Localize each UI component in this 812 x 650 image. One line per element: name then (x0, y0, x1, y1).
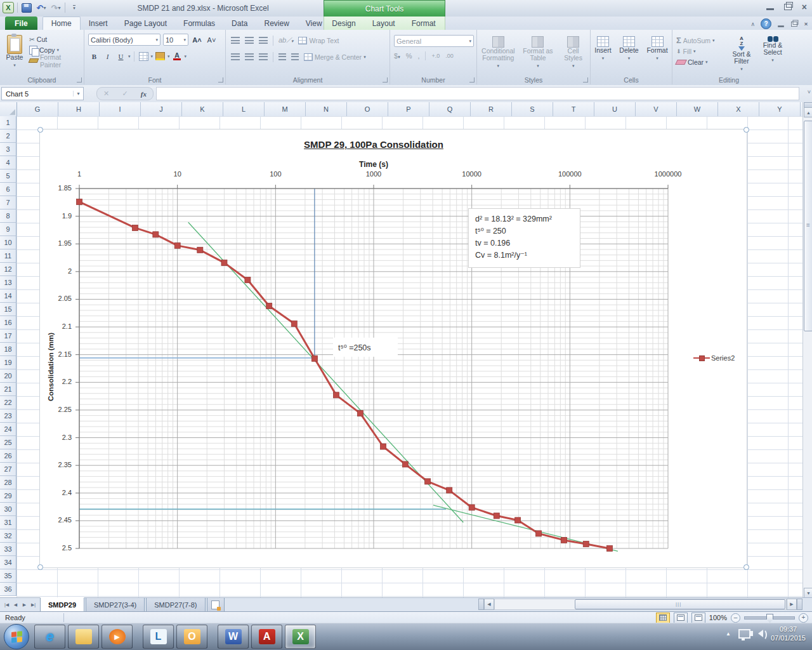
insert-worksheet-button[interactable] (207, 598, 225, 612)
font-name-combo[interactable]: Calibri (Body)▾ (88, 34, 160, 46)
align-left-icon[interactable] (231, 53, 240, 60)
insert-function-icon[interactable]: fx (141, 90, 147, 98)
enter-icon[interactable]: ✓ (122, 90, 128, 98)
t50-label[interactable]: t⁵⁰ =250s (333, 338, 398, 357)
column-header-t[interactable]: T (553, 102, 594, 117)
paste-dropdown-icon[interactable]: ▾ (13, 62, 16, 69)
zoom-slider-handle[interactable] (766, 614, 773, 623)
zoom-out-icon[interactable]: – (731, 613, 740, 623)
zoom-level[interactable]: 100% (709, 614, 727, 621)
column-header-m[interactable]: M (265, 102, 306, 117)
zoom-in-icon[interactable]: + (799, 613, 808, 623)
styles-dialog-launcher[interactable] (583, 77, 588, 83)
taskbar-clock[interactable]: 09:37 07/01/2015 (771, 625, 806, 642)
fill-button[interactable]: ⬇Fill▾ (676, 46, 715, 56)
sheet-tab-smdp27-3-4[interactable]: SMDP27(3-4) (86, 598, 145, 612)
annotation-box[interactable]: d² = 18.13² = 329mm²t⁵⁰ = 250tv = 0.196C… (468, 208, 580, 268)
data-point-marker[interactable] (266, 303, 272, 308)
conditional-formatting-button[interactable]: Conditional Formatting▾ (480, 34, 516, 69)
clear-button[interactable]: Clear▾ (676, 56, 715, 67)
underline-button[interactable]: U (115, 50, 127, 62)
align-bottom-icon[interactable] (259, 37, 268, 44)
font-color-dropdown-icon[interactable]: ▾ (185, 54, 187, 59)
row-header-24[interactable]: 24 (0, 423, 16, 436)
column-header-i[interactable]: I (100, 102, 141, 117)
workbook-restore-icon[interactable] (791, 22, 797, 27)
data-point-marker[interactable] (357, 411, 363, 416)
find-select-button[interactable]: Find & Select▾ (759, 34, 787, 72)
chart-handle-bottom-left[interactable] (37, 564, 43, 570)
workbook-minimize-icon[interactable] (778, 25, 784, 27)
row-header-6[interactable]: 6 (0, 183, 16, 196)
tab-design[interactable]: Design (324, 17, 363, 30)
row-header-19[interactable]: 19 (0, 356, 16, 369)
shrink-font-button[interactable]: A˅ (206, 34, 218, 46)
tab-data[interactable]: Data (223, 17, 256, 30)
align-right-icon[interactable] (259, 53, 268, 60)
font-size-combo[interactable]: 10▾ (163, 34, 188, 46)
row-header-28[interactable]: 28 (0, 476, 16, 489)
row-header-7[interactable]: 7 (0, 196, 16, 209)
percent-style-button[interactable]: % (406, 52, 412, 60)
volume-icon[interactable] (758, 630, 763, 637)
tab-page-layout[interactable]: Page Layout (116, 17, 175, 30)
clipboard-dialog-launcher[interactable] (77, 77, 82, 83)
row-header-30[interactable]: 30 (0, 503, 16, 516)
expand-formula-bar-icon[interactable]: ˅ (808, 89, 811, 95)
data-point-marker[interactable] (333, 392, 339, 398)
cancel-icon[interactable]: ✕ (103, 90, 109, 98)
vertical-scrollbar[interactable]: ▲ ▼ (802, 102, 812, 597)
minimize-icon[interactable] (766, 8, 774, 10)
data-point-marker[interactable] (132, 225, 138, 230)
number-format-combo[interactable]: General▾ (394, 35, 474, 47)
column-header-p[interactable]: P (388, 102, 429, 117)
data-point-marker[interactable] (536, 531, 542, 536)
x-axis-title[interactable]: Time (s) (247, 160, 501, 169)
data-point-marker[interactable] (402, 461, 408, 467)
borders-dropdown-icon[interactable]: ▾ (151, 54, 154, 59)
taskbar-app-internet-explorer[interactable]: e (34, 625, 65, 649)
taskbar-app-outlook[interactable]: O (176, 625, 207, 649)
close-icon[interactable]: × (802, 4, 807, 10)
row-header-16[interactable]: 16 (0, 316, 16, 329)
wrap-text-button[interactable]: Wrap Text (298, 35, 339, 46)
format-as-table-button[interactable]: Format as Table▾ (522, 34, 554, 69)
row-header-12[interactable]: 12 (0, 263, 16, 276)
workbook-close-icon[interactable]: × (804, 22, 808, 27)
column-header-y[interactable]: Y (759, 102, 801, 117)
column-header-h[interactable]: H (58, 102, 100, 117)
row-header-9[interactable]: 9 (0, 223, 16, 236)
horizontal-scroll-track[interactable] (494, 599, 787, 610)
column-header-n[interactable]: N (306, 102, 347, 117)
collapse-ribbon-icon[interactable]: ∧ (750, 21, 755, 27)
help-icon[interactable]: ? (761, 18, 771, 29)
data-point-marker[interactable] (561, 537, 566, 543)
horizontal-split-handle-left[interactable] (478, 599, 484, 610)
formula-input[interactable] (156, 87, 799, 100)
format-cells-button[interactable]: Format▾ (646, 34, 667, 62)
horizontal-scrollbar[interactable]: ◀ ▶ (478, 597, 802, 611)
row-header-32[interactable]: 32 (0, 529, 16, 543)
tab-layout[interactable]: Layout (364, 17, 403, 30)
data-point-marker[interactable] (606, 546, 612, 552)
first-sheet-icon[interactable]: |◀ (3, 600, 11, 610)
sort-filter-button[interactable]: AZ Sort & Filter▾ (728, 34, 755, 72)
last-sheet-icon[interactable]: ▶| (29, 600, 37, 610)
column-header-k[interactable]: K (182, 102, 223, 117)
fill-color-dropdown-icon[interactable]: ▾ (167, 54, 170, 59)
font-dialog-launcher[interactable] (218, 77, 223, 83)
number-dialog-launcher[interactable] (469, 77, 475, 83)
chart-area[interactable]: SMDP 29, 100Pa Consolidation Time (s) Co… (39, 129, 747, 568)
sheet-tab-smdp29[interactable]: SMDP29 (40, 597, 84, 612)
data-point-marker[interactable] (153, 232, 159, 237)
tab-review[interactable]: Review (256, 17, 297, 30)
scroll-right-icon[interactable]: ▶ (787, 599, 797, 610)
align-middle-icon[interactable] (245, 37, 254, 44)
chart-handle-top-left[interactable] (37, 127, 43, 133)
scroll-up-icon[interactable]: ▲ (804, 107, 812, 117)
italic-button[interactable]: I (102, 50, 114, 62)
undo-button[interactable]: ↶▾ (36, 2, 47, 13)
taskbar-app-windows-explorer[interactable] (68, 625, 99, 649)
accounting-format-button[interactable]: $▾ (394, 52, 400, 60)
page-layout-view-button[interactable] (674, 613, 688, 623)
